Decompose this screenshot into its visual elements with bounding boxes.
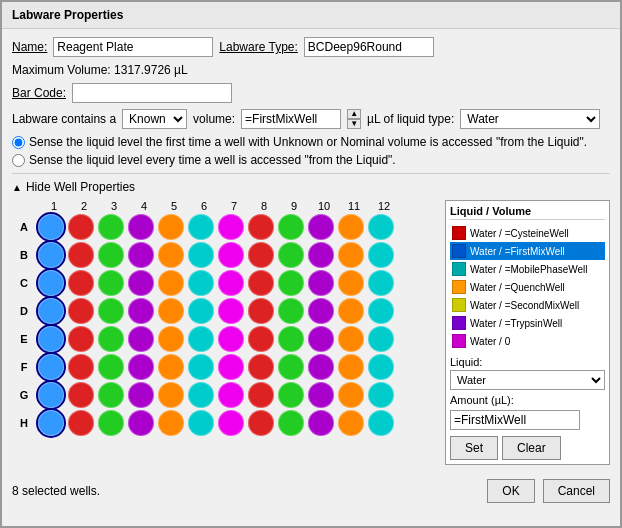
- well-D6[interactable]: [188, 298, 214, 324]
- well-H9[interactable]: [278, 410, 304, 436]
- spinner-down[interactable]: ▼: [347, 119, 361, 129]
- well-B10[interactable]: [308, 242, 334, 268]
- well-D1[interactable]: [38, 298, 64, 324]
- well-H3[interactable]: [98, 410, 124, 436]
- well-A5[interactable]: [158, 214, 184, 240]
- well-B5[interactable]: [158, 242, 184, 268]
- legend-item-2[interactable]: Water / =MobilePhaseWell: [450, 260, 605, 278]
- well-C12[interactable]: [368, 270, 394, 296]
- well-A11[interactable]: [338, 214, 364, 240]
- legend-item-3[interactable]: Water / =QuenchWell: [450, 278, 605, 296]
- barcode-input[interactable]: [72, 83, 232, 103]
- well-G12[interactable]: [368, 382, 394, 408]
- well-D2[interactable]: [68, 298, 94, 324]
- well-D3[interactable]: [98, 298, 124, 324]
- well-E7[interactable]: [218, 326, 244, 352]
- well-F5[interactable]: [158, 354, 184, 380]
- well-E8[interactable]: [248, 326, 274, 352]
- well-C9[interactable]: [278, 270, 304, 296]
- well-D9[interactable]: [278, 298, 304, 324]
- well-G6[interactable]: [188, 382, 214, 408]
- well-G8[interactable]: [248, 382, 274, 408]
- amount-input[interactable]: [450, 410, 580, 430]
- well-H10[interactable]: [308, 410, 334, 436]
- volume-input[interactable]: [241, 109, 341, 129]
- well-H7[interactable]: [218, 410, 244, 436]
- well-B3[interactable]: [98, 242, 124, 268]
- well-C8[interactable]: [248, 270, 274, 296]
- well-G9[interactable]: [278, 382, 304, 408]
- well-G7[interactable]: [218, 382, 244, 408]
- spinner-up[interactable]: ▲: [347, 109, 361, 119]
- well-D8[interactable]: [248, 298, 274, 324]
- ok-button[interactable]: OK: [487, 479, 534, 503]
- well-F9[interactable]: [278, 354, 304, 380]
- well-B12[interactable]: [368, 242, 394, 268]
- well-D7[interactable]: [218, 298, 244, 324]
- well-B7[interactable]: [218, 242, 244, 268]
- well-C5[interactable]: [158, 270, 184, 296]
- well-H1[interactable]: [38, 410, 64, 436]
- name-input[interactable]: [53, 37, 213, 57]
- well-F8[interactable]: [248, 354, 274, 380]
- well-A4[interactable]: [128, 214, 154, 240]
- known-select[interactable]: Known Unknown Nominal: [122, 109, 187, 129]
- well-G10[interactable]: [308, 382, 334, 408]
- well-G4[interactable]: [128, 382, 154, 408]
- well-D5[interactable]: [158, 298, 184, 324]
- well-F4[interactable]: [128, 354, 154, 380]
- well-H2[interactable]: [68, 410, 94, 436]
- well-G3[interactable]: [98, 382, 124, 408]
- well-H4[interactable]: [128, 410, 154, 436]
- well-C3[interactable]: [98, 270, 124, 296]
- well-E4[interactable]: [128, 326, 154, 352]
- well-properties-header[interactable]: ▲ Hide Well Properties: [12, 180, 610, 194]
- well-A9[interactable]: [278, 214, 304, 240]
- radio-option2[interactable]: [12, 154, 25, 167]
- well-C10[interactable]: [308, 270, 334, 296]
- well-E11[interactable]: [338, 326, 364, 352]
- well-G1[interactable]: [38, 382, 64, 408]
- well-E2[interactable]: [68, 326, 94, 352]
- legend-item-0[interactable]: Water / =CysteineWell: [450, 224, 605, 242]
- well-E3[interactable]: [98, 326, 124, 352]
- well-A3[interactable]: [98, 214, 124, 240]
- cancel-button[interactable]: Cancel: [543, 479, 610, 503]
- well-D10[interactable]: [308, 298, 334, 324]
- well-E10[interactable]: [308, 326, 334, 352]
- well-E6[interactable]: [188, 326, 214, 352]
- well-B1[interactable]: [38, 242, 64, 268]
- well-E1[interactable]: [38, 326, 64, 352]
- well-B9[interactable]: [278, 242, 304, 268]
- well-F11[interactable]: [338, 354, 364, 380]
- well-G5[interactable]: [158, 382, 184, 408]
- well-F7[interactable]: [218, 354, 244, 380]
- well-C7[interactable]: [218, 270, 244, 296]
- well-B11[interactable]: [338, 242, 364, 268]
- well-C11[interactable]: [338, 270, 364, 296]
- well-C1[interactable]: [38, 270, 64, 296]
- radio-option1[interactable]: [12, 136, 25, 149]
- well-F6[interactable]: [188, 354, 214, 380]
- liquid-select[interactable]: Water: [450, 370, 605, 390]
- well-H5[interactable]: [158, 410, 184, 436]
- well-F1[interactable]: [38, 354, 64, 380]
- well-A10[interactable]: [308, 214, 334, 240]
- well-C2[interactable]: [68, 270, 94, 296]
- well-F2[interactable]: [68, 354, 94, 380]
- well-A6[interactable]: [188, 214, 214, 240]
- clear-button[interactable]: Clear: [502, 436, 561, 460]
- well-D11[interactable]: [338, 298, 364, 324]
- labware-type-input[interactable]: [304, 37, 434, 57]
- legend-item-6[interactable]: Water / 0: [450, 332, 605, 350]
- volume-spinner[interactable]: ▲ ▼: [347, 109, 361, 129]
- well-B2[interactable]: [68, 242, 94, 268]
- well-A1[interactable]: [38, 214, 64, 240]
- well-C4[interactable]: [128, 270, 154, 296]
- well-H11[interactable]: [338, 410, 364, 436]
- well-E5[interactable]: [158, 326, 184, 352]
- well-D12[interactable]: [368, 298, 394, 324]
- legend-item-4[interactable]: Water / =SecondMixWell: [450, 296, 605, 314]
- well-H12[interactable]: [368, 410, 394, 436]
- well-G2[interactable]: [68, 382, 94, 408]
